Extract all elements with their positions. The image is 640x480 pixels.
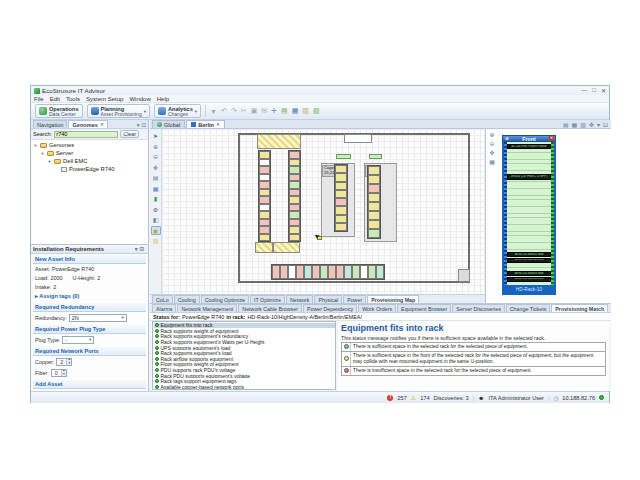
floor-rack[interactable]	[368, 211, 380, 220]
chevron-down-icon[interactable]: ▾	[144, 109, 146, 114]
copy-icon[interactable]: ▤	[281, 107, 288, 115]
floor-rack[interactable]	[368, 166, 380, 175]
chevron-down-icon[interactable]: ▾	[195, 109, 197, 114]
zoom-out-icon[interactable]: ⊖	[151, 152, 161, 161]
rack-move-icon[interactable]: ✥	[589, 121, 594, 128]
view-tab-provisioning-map[interactable]: Provisioning Map	[367, 295, 419, 303]
expand-caret-icon[interactable]: ▾	[33, 143, 38, 148]
discoveries-label[interactable]: Discoveries: 3	[434, 395, 469, 401]
floor-rack[interactable]	[259, 189, 270, 197]
floor-rack[interactable]	[259, 219, 270, 227]
rack-grid-icon[interactable]: ▦	[572, 121, 578, 128]
floor-rack[interactable]	[259, 234, 270, 242]
rack-row[interactable]	[271, 264, 385, 280]
cut-icon[interactable]: ✂	[241, 107, 247, 115]
report-icon[interactable]: ▧	[313, 107, 320, 115]
maximize-button[interactable]: □	[592, 87, 596, 94]
menu-system-setup[interactable]: System Setup	[86, 96, 123, 102]
menu-help[interactable]: Help	[157, 96, 169, 102]
rack-unit-dcsv-10-s4803-fwd[interactable]: dcsv-10-s4803-fwd	[507, 271, 551, 276]
fiber-stepper[interactable]: 0▲▼	[51, 369, 67, 377]
rack-export-icon[interactable]: ▥	[580, 121, 586, 128]
perspective-operations[interactable]: Operations Data Center	[35, 104, 83, 118]
menu-file[interactable]: File	[34, 96, 44, 102]
view-tab-cooling-optimize[interactable]: Cooling Optimize	[201, 295, 249, 303]
rack-row[interactable]	[334, 164, 348, 232]
floor-rack[interactable]	[289, 181, 300, 189]
rack-unit-dcsv-10-s4802-fwd[interactable]: dcsv-10-s4802-fwd	[507, 258, 551, 263]
floor-rack[interactable]	[289, 159, 300, 167]
floor-rack[interactable]	[289, 234, 300, 242]
floor-rack[interactable]	[289, 226, 300, 234]
bottom-tab-equipment-browser[interactable]: Equipment Browser	[397, 304, 451, 312]
floor-rack[interactable]	[259, 211, 270, 219]
redo-icon[interactable]: ↷	[231, 107, 237, 115]
rack-unit-42-24-port-patch-panel[interactable]: 42 24-Port Patch Panel	[507, 144, 551, 149]
floor-rack[interactable]	[368, 202, 380, 211]
settings-icon[interactable]: ⚙	[151, 205, 161, 214]
tree-node-poweredge-r740[interactable]: PowerEdge R740	[31, 165, 148, 173]
wrench-icon[interactable]: ✛	[271, 107, 277, 115]
bottom-tab-work-orders[interactable]: Work Orders	[358, 304, 396, 312]
bottom-tab-server-discoveries[interactable]: Server Discoveries	[452, 304, 504, 312]
tab-genomes[interactable]: Genomes✕	[68, 120, 107, 128]
floor-rack[interactable]	[368, 229, 380, 238]
floor-rack[interactable]	[304, 265, 312, 279]
floor-rack[interactable]	[259, 204, 270, 212]
floor-rack[interactable]	[335, 190, 347, 198]
provisioning-tool-icon[interactable]: ▣	[151, 226, 161, 235]
expand-caret-icon[interactable]: ▾	[47, 159, 52, 164]
close-icon[interactable]: ✕	[549, 136, 554, 141]
tab-navigation[interactable]: Navigation	[33, 120, 67, 128]
select-tool-icon[interactable]: ➤	[151, 131, 161, 140]
plug-type-select[interactable]: -▾	[62, 336, 94, 344]
floor-rack[interactable]	[312, 265, 320, 279]
floor-rack[interactable]	[335, 173, 347, 181]
error-badge-icon[interactable]: !	[387, 395, 393, 401]
maximize-pane-icon[interactable]: ⊡	[141, 122, 146, 128]
floor-rack[interactable]	[259, 196, 270, 204]
floor-rack[interactable]	[259, 181, 270, 189]
expand-caret-icon[interactable]: ▾	[40, 151, 45, 156]
floor-rack[interactable]	[368, 193, 380, 202]
fit-view-icon[interactable]: ✥	[151, 163, 161, 172]
floor-rack[interactable]	[259, 166, 270, 174]
rack-zoom-out-icon[interactable]: ⊖	[489, 140, 494, 147]
floor-rack[interactable]	[288, 265, 296, 279]
floor-rack[interactable]	[336, 265, 344, 279]
view-tab-colo[interactable]: CoLo	[152, 295, 173, 303]
link-icon[interactable]: ✉	[261, 107, 267, 115]
floor-rack[interactable]	[335, 206, 347, 214]
tag-tool-icon[interactable]: ◧	[151, 215, 161, 224]
minimize-pane-icon[interactable]: ▾	[137, 122, 140, 128]
cooling-unit[interactable]	[369, 154, 382, 159]
rack-row[interactable]	[367, 165, 381, 239]
floorplan[interactable]: Cage 15-22Cage 13➤	[162, 129, 484, 294]
view-tab-network[interactable]: Network	[286, 295, 313, 303]
floor-rack[interactable]	[352, 265, 360, 279]
floor-rack[interactable]	[289, 166, 300, 174]
layers-icon[interactable]: ▦	[292, 107, 299, 115]
search-input[interactable]	[54, 131, 118, 138]
close-icon[interactable]: ✕	[216, 122, 220, 127]
rack-row[interactable]	[288, 150, 301, 242]
floor-rack[interactable]	[289, 151, 300, 159]
perspective-analytics[interactable]: Analytics Changes ▾	[154, 104, 201, 118]
stepper-down-icon[interactable]: ▼	[68, 362, 71, 365]
save-icon[interactable]: ▼	[210, 108, 217, 115]
perspective-planning[interactable]: Planning Asset Provisioning ▾	[87, 104, 150, 118]
floor-rack[interactable]	[368, 265, 376, 279]
warning-count[interactable]: 174	[420, 395, 429, 401]
tab-berlin[interactable]: Berlin✕	[186, 120, 225, 128]
zoom-in-icon[interactable]: ⊕	[151, 142, 161, 151]
floor-rack[interactable]	[344, 265, 352, 279]
menu-tools[interactable]: Tools	[66, 96, 80, 102]
floor-rack[interactable]	[289, 204, 300, 212]
rack-unit-je504-24-hwic-4-sfp[interactable]: JE504 (24 HWIC 4 SFP)	[507, 174, 551, 180]
floor-rack[interactable]	[296, 265, 304, 279]
undo-icon[interactable]: ↶	[221, 107, 227, 115]
floor-rack[interactable]	[289, 196, 300, 204]
floor-rack[interactable]	[320, 265, 328, 279]
bottom-tab-alarms[interactable]: Alarms	[152, 304, 176, 312]
floor-rack[interactable]	[289, 174, 300, 182]
